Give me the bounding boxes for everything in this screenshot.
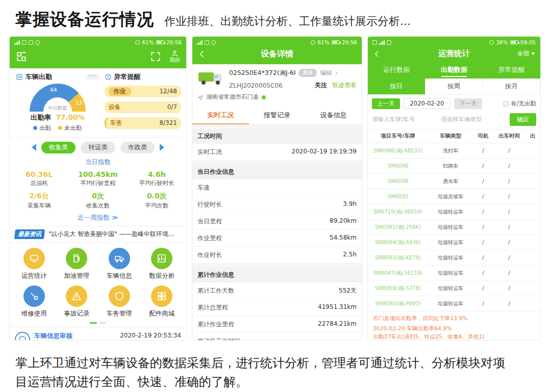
table-row[interactable]: SM0086(湘J-68533)洗扫车// <box>368 143 540 158</box>
week-index-link[interactable]: 近一周指数 ≫ <box>10 210 186 226</box>
tab-transfer[interactable]: 转运类 <box>81 142 115 153</box>
date-picker[interactable]: 2020-02-20 <box>404 98 451 109</box>
alert-row-device[interactable]: 设备 0/7 <box>105 101 181 113</box>
next-day-button[interactable]: 下一天 <box>454 98 482 109</box>
app-parts-mall[interactable]: 配件商城 <box>141 285 184 318</box>
table-row[interactable]: SM8047(湘J-5E119)垃圾转运车// <box>368 265 540 280</box>
vehicle-plate[interactable]: SM8083(湘J-KE79) <box>368 254 428 262</box>
share-button[interactable]: 分享 <box>509 340 535 341</box>
table-row[interactable]: SM0361(湘J-256K)垃圾转运车// <box>368 219 540 234</box>
vehicle-plate[interactable]: SM0098 <box>368 178 428 184</box>
monitor-icon <box>29 253 39 264</box>
tab-by-day[interactable]: 按日 <box>368 79 425 94</box>
chevron-right-icon[interactable]: › <box>335 68 338 77</box>
page-title: 掌握设备运行情况 <box>15 8 154 31</box>
app-accident-records[interactable]: 事故记录 <box>56 285 98 318</box>
tab-by-week[interactable]: 按周 <box>425 79 483 94</box>
detail-tabs: 实时工况 报警记录 设备信息 <box>192 106 362 125</box>
alert-row-vehicle[interactable]: 车务 8/321 <box>105 117 181 129</box>
row-value: 2020-02-19 19:19:39 <box>292 148 357 156</box>
col-driver: 司机 <box>473 133 493 140</box>
attendance-filter-checkbox[interactable]: 有/无出勤 <box>503 100 536 108</box>
summary-line: 2020-02-20 车辆出勤率64.9% <box>373 325 535 333</box>
date-navigation: 上一天 2020-02-20 下一天 有/无出勤 <box>368 95 540 112</box>
app-repair-usage[interactable]: 维修使用 <box>13 285 56 318</box>
row-value: 89.20km <box>330 217 357 226</box>
app-operations-stats[interactable]: 运营统计 <box>13 248 56 280</box>
edit-button[interactable]: 编辑 <box>320 69 332 77</box>
alarm-icon <box>211 40 216 45</box>
page-header: 掌握设备运行情况 作业排班、出勤统计分析、工作量统计展示分析... <box>0 0 551 35</box>
alert-row-work[interactable]: 作业 12/48 <box>105 86 181 97</box>
table-row[interactable]: SM8094(湘J-A936)垃圾转运车// <box>368 234 540 250</box>
table-row[interactable]: SM8058(湘J-S778)垃圾转运车// <box>368 280 540 296</box>
row-label: 累计总里程 <box>197 303 228 312</box>
vehicle-plate[interactable]: SM0710(湘J-98019) <box>368 208 428 216</box>
arrow-left-icon[interactable] <box>32 144 36 151</box>
row-label: 作业里程 <box>197 234 222 243</box>
vehicle-plate[interactable]: SM8058(湘J-S778) <box>368 285 428 292</box>
data-row: 车速 <box>192 179 362 196</box>
truck-icon <box>114 253 124 264</box>
app-label: 事故记录 <box>64 309 89 318</box>
vehicle-type-select[interactable]: 请选择车辆类型 <box>441 116 507 123</box>
news-ticker[interactable]: 最新资讯 "以小见大 智造美丽中国" ——盈峰中联环境... <box>10 226 186 243</box>
tab-attendance-data[interactable]: 出勤数据 <box>425 63 483 79</box>
col-type: 车辆类型 <box>428 133 473 140</box>
table-row[interactable]: SM0096扫路车// <box>368 158 540 173</box>
tab-running-data[interactable]: 运行数据 <box>368 63 425 79</box>
vehicle-plate[interactable]: SM0361(湘J-256K) <box>368 224 428 231</box>
signal-icon <box>197 40 203 45</box>
alert-value: 12/48 <box>159 88 177 95</box>
gauge-attended-value: 44 <box>50 87 57 93</box>
vehicle-attendance-card: 车辆出勤 ··· 44 13 今日数据 出勤率 77.00% 出勤 <box>14 71 102 133</box>
scan-icon[interactable] <box>150 51 161 62</box>
tab-collection[interactable]: 收集类 <box>41 142 76 153</box>
app-data-analysis[interactable]: 数据分析 <box>141 248 184 280</box>
confirm-button[interactable]: 确定 <box>510 113 536 126</box>
app-vehicle-info[interactable]: 车辆信息 <box>98 248 141 280</box>
table-row[interactable]: SM0098洒水车// <box>368 173 540 189</box>
table-row[interactable]: SM0710(湘J-98019)垃圾转运车// <box>368 204 540 219</box>
bar-chart-icon <box>157 253 167 264</box>
my-profile-button[interactable]: 我的 <box>169 50 180 63</box>
period-tabs: 按日 按周 按月 <box>368 79 540 95</box>
audit-notification[interactable]: 车辆信息审核 石门县项目车辆信息审核中 2020-2-19 20:53:34 1 <box>10 327 186 341</box>
screen-title: 运营统计 <box>368 48 540 59</box>
app-vehicle-affairs[interactable]: 车务管理 <box>98 285 141 318</box>
vehicle-plate[interactable]: SM8094(湘J-A936) <box>368 239 428 246</box>
vehicle-plate[interactable]: SM0086(湘J-68533) <box>368 147 428 154</box>
app-label: 维修使用 <box>21 309 47 318</box>
vehicle-plate[interactable]: SM8090(湘J-P893) <box>368 300 428 307</box>
qr-code-icon[interactable] <box>16 51 27 62</box>
section-status-time: 工况时间 实时工况 2020-02-19 19:19:39 <box>192 129 362 161</box>
tab-realtime-status[interactable]: 实时工况 <box>192 106 249 124</box>
table-row[interactable]: SM0092垃圾压缩车// <box>368 189 540 204</box>
arrow-right-icon[interactable] <box>160 144 164 151</box>
vehicle-plate[interactable]: SM0092 <box>368 194 428 199</box>
tab-abnormal-alerts[interactable]: 异常提醒 <box>483 63 540 79</box>
table-row[interactable]: SM8090(湘J-P893)垃圾转运车// <box>368 296 540 311</box>
vehicle-plate[interactable]: SM0096 <box>368 163 428 169</box>
vehicle-plate[interactable]: SM8047(湘J-5E119) <box>368 270 428 277</box>
table-row[interactable]: SM8083(湘J-KE79)垃圾转运车// <box>368 250 540 265</box>
plate-search-input[interactable]: 请输入车牌/车号 <box>372 116 438 123</box>
legend-dot-absent <box>58 126 62 130</box>
tab-alarm-records[interactable]: 报警记录 <box>249 106 306 124</box>
tab-municipal[interactable]: 市政类 <box>120 142 155 153</box>
row-value: 552天 <box>339 286 357 295</box>
status-bar: 36% 09:05 <box>368 37 540 47</box>
tab-device-info[interactable]: 设备信息 <box>305 106 362 124</box>
col-clipped: 出 <box>525 133 540 140</box>
tab-by-month[interactable]: 按月 <box>483 79 540 94</box>
prev-day-button[interactable]: 上一天 <box>372 98 400 109</box>
battery-percent: 61% <box>142 39 154 45</box>
driver: / <box>473 148 493 153</box>
track-view-link[interactable]: 轨迹查看 <box>332 81 357 90</box>
more-icon[interactable]: ··· <box>86 74 99 80</box>
app-fuel-management[interactable]: 加油管理 <box>56 248 98 280</box>
follow-button[interactable]: 关注 <box>315 81 327 90</box>
data-row: 累计总里程41951.31km <box>192 299 362 316</box>
notification-title: 车辆信息审核 <box>34 332 116 341</box>
stat-label: 平均行驶里程 <box>68 179 127 187</box>
